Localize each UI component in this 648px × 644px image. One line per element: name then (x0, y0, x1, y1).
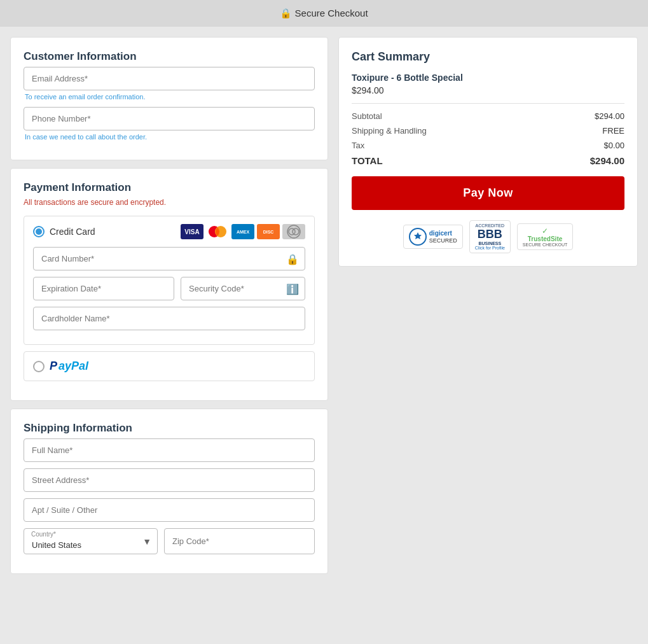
country-select[interactable]: United States (24, 528, 158, 554)
bbb-badge[interactable]: ACCREDITED BBB BUSINESS Click for Profil… (469, 220, 511, 253)
shipping-info-section: Shipping Information Country* United Sta… (10, 409, 328, 574)
lock-icon: 🔒 (280, 8, 292, 18)
discover-icon: DISC (257, 224, 280, 239)
digicert-sub: SECURED (429, 237, 457, 245)
street-address-group (24, 468, 315, 492)
cardholder-name-group (33, 307, 305, 330)
pay-now-button[interactable]: Pay Now (352, 176, 624, 210)
svg-point-2 (287, 225, 300, 238)
full-name-input[interactable] (24, 438, 315, 462)
total-value: $294.00 (590, 155, 624, 166)
total-label: TOTAL (352, 155, 383, 166)
street-address-input[interactable] (24, 468, 315, 492)
payment-info-title: Payment Information (24, 181, 315, 194)
shipping-label: Shipping & Handling (352, 126, 427, 136)
full-name-group (24, 438, 315, 462)
card-icons: VISA AMEX DISC (181, 224, 305, 239)
paypal-option[interactable]: PayPal (24, 351, 315, 381)
cart-product-name: Toxipure - 6 Bottle Special (352, 73, 624, 83)
country-zip-row: Country* United States ▼ (24, 528, 315, 554)
cart-shipping-line: Shipping & Handling FREE (352, 126, 624, 136)
bbb-link[interactable]: Click for Profile (475, 246, 505, 250)
right-column: Cart Summary Toxipure - 6 Bottle Special… (338, 37, 638, 574)
expiration-date-input[interactable] (33, 277, 174, 300)
apt-suite-input[interactable] (24, 498, 315, 522)
trust-badges: digicert SECURED ACCREDITED BBB BUSINESS… (352, 220, 624, 253)
bbb-logo: BBB (475, 228, 505, 241)
customer-info-title: Customer Information (24, 50, 315, 63)
credit-card-option: Credit Card VISA (24, 216, 315, 345)
email-hint: To receive an email order confirmation. (24, 93, 315, 101)
paypal-label[interactable]: PayPal (33, 360, 88, 373)
trusted-sub: SECURE CHECKOUT (523, 242, 567, 247)
card-details-row: ℹ️ (33, 277, 305, 300)
header: 🔒 Secure Checkout (0, 0, 648, 27)
credit-card-radio[interactable] (33, 226, 45, 237)
amex-icon: AMEX (231, 224, 254, 239)
cardholder-name-input[interactable] (33, 307, 305, 330)
paypal-radio[interactable] (33, 361, 45, 372)
paypal-logo: PayPal (50, 360, 88, 373)
cart-subtotal-line: Subtotal $294.00 (352, 111, 624, 121)
payment-subtitle: All transactions are secure and encrypte… (24, 198, 315, 207)
digicert-name: digicert (429, 229, 457, 237)
trusted-check-icon: ✓ (523, 227, 567, 235)
info-icon[interactable]: ℹ️ (286, 283, 299, 295)
digicert-badge[interactable]: digicert SECURED (403, 225, 463, 249)
tax-value: $0.00 (603, 141, 624, 150)
left-column: Customer Information To receive an email… (10, 37, 328, 574)
digicert-icon (409, 228, 427, 246)
svg-point-4 (293, 228, 299, 235)
cart-divider (352, 103, 624, 104)
customer-info-section: Customer Information To receive an email… (10, 37, 328, 160)
phone-input[interactable] (24, 107, 315, 130)
lock-icon: 🔒 (286, 253, 299, 265)
cart-product-price: $294.00 (352, 85, 624, 95)
zip-code-input[interactable] (164, 528, 315, 554)
phone-group: In case we need to call about the order. (24, 107, 315, 141)
header-title: Secure Checkout (295, 8, 368, 18)
subtotal-value: $294.00 (595, 111, 624, 121)
diners-icon (282, 224, 305, 239)
credit-card-label[interactable]: Credit Card (33, 226, 95, 237)
cart-summary-section: Cart Summary Toxipure - 6 Bottle Special… (338, 37, 638, 267)
mastercard-icon (206, 224, 229, 239)
phone-hint: In case we need to call about the order. (24, 133, 315, 141)
apt-group (24, 498, 315, 522)
shipping-value: FREE (602, 126, 624, 136)
card-number-input[interactable] (33, 247, 305, 270)
shipping-info-title: Shipping Information (24, 422, 315, 435)
visa-icon: VISA (181, 224, 203, 239)
credit-card-fields: 🔒 ℹ️ (33, 247, 305, 330)
cart-tax-line: Tax $0.00 (352, 141, 624, 150)
cart-title: Cart Summary (352, 50, 624, 64)
email-group: To receive an email order confirmation. (24, 67, 315, 101)
trusted-site-badge[interactable]: ✓ TrustedSite SECURE CHECKOUT (517, 223, 573, 250)
subtotal-label: Subtotal (352, 111, 382, 121)
trusted-name: TrustedSite (523, 235, 567, 242)
country-group: Country* United States ▼ (24, 528, 158, 554)
tax-label: Tax (352, 141, 364, 150)
payment-info-section: Payment Information All transactions are… (10, 168, 328, 401)
cart-total-line: TOTAL $294.00 (352, 155, 624, 166)
email-input[interactable] (24, 67, 315, 90)
card-number-group: 🔒 (33, 247, 305, 270)
